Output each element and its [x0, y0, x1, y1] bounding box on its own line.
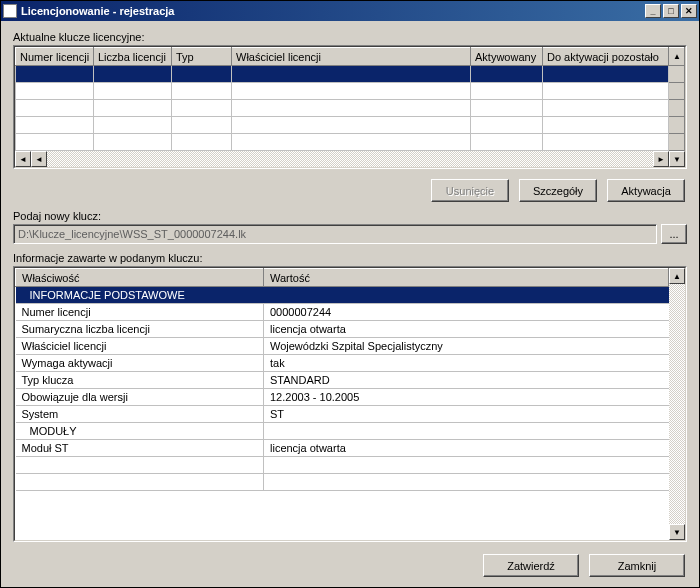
- table-row[interactable]: [16, 134, 685, 151]
- col-wlasciwosc[interactable]: Właściwość: [16, 269, 264, 287]
- current-keys-grid: Numer licencji Liczba licencji Typ Właśc…: [13, 45, 687, 169]
- info-row[interactable]: Moduł STlicencja otwarta: [16, 440, 669, 457]
- table-row[interactable]: [16, 66, 685, 83]
- scroll-left2-icon[interactable]: ◄: [31, 151, 47, 167]
- info-row-empty: [16, 457, 669, 474]
- col-wartosc[interactable]: Wartość: [264, 269, 669, 287]
- current-keys-label: Aktualne klucze licencyjne:: [13, 31, 687, 43]
- close-dialog-button[interactable]: Zamknij: [589, 554, 685, 577]
- info-row[interactable]: Wymaga aktywacjitak: [16, 355, 669, 372]
- app-window: Licencjonowanie - rejestracja _ □ ✕ Aktu…: [0, 0, 700, 588]
- bottom-buttons-row: Zatwierdź Zamknij: [13, 554, 685, 577]
- current-keys-table[interactable]: Numer licencji Liczba licencji Typ Właśc…: [15, 47, 685, 151]
- col-typ[interactable]: Typ: [172, 48, 232, 66]
- scroll-up-icon[interactable]: ▲: [669, 48, 685, 66]
- info-row[interactable]: Typ kluczaSTANDARD: [16, 372, 669, 389]
- content-area: Aktualne klucze licencyjne: Numer licenc…: [1, 21, 699, 587]
- col-liczba-licencji[interactable]: Liczba licencji: [94, 48, 172, 66]
- info-row-empty: [16, 474, 669, 491]
- info-row[interactable]: Numer licencji0000007244: [16, 304, 669, 321]
- browse-button[interactable]: ...: [661, 224, 687, 244]
- activate-button[interactable]: Aktywacja: [607, 179, 685, 202]
- minimize-button[interactable]: _: [645, 4, 661, 18]
- maximize-button[interactable]: □: [663, 4, 679, 18]
- info-header-row[interactable]: INFORMACJE PODSTAWOWE: [16, 287, 669, 304]
- scroll-track[interactable]: [47, 151, 653, 167]
- scroll-down-icon[interactable]: ▼: [669, 524, 685, 540]
- new-key-input[interactable]: [13, 224, 657, 244]
- scroll-down-icon[interactable]: ▼: [669, 151, 685, 167]
- scroll-left-icon[interactable]: ◄: [15, 151, 31, 167]
- vscrollbar[interactable]: ▲ ▼: [669, 268, 685, 540]
- hscrollbar[interactable]: ◄ ◄ ► ▼: [15, 151, 685, 167]
- col-wlasciciel[interactable]: Właściciel licencji: [232, 48, 471, 66]
- table-row[interactable]: [16, 83, 685, 100]
- scroll-track[interactable]: [669, 284, 685, 524]
- new-key-row: ...: [13, 224, 687, 244]
- col-numer-licencji[interactable]: Numer licencji: [16, 48, 94, 66]
- col-do-aktywacji[interactable]: Do aktywacji pozostało: [543, 48, 669, 66]
- col-aktywowany[interactable]: Aktywowany: [471, 48, 543, 66]
- remove-button[interactable]: Usunięcie: [431, 179, 509, 202]
- info-row[interactable]: Właściciel licencjiWojewódzki Szpital Sp…: [16, 338, 669, 355]
- new-key-label: Podaj nowy klucz:: [13, 210, 687, 222]
- close-button[interactable]: ✕: [681, 4, 697, 18]
- key-info-label: Informacje zawarte w podanym kluczu:: [13, 252, 687, 264]
- details-button[interactable]: Szczegóły: [519, 179, 597, 202]
- scroll-up-icon[interactable]: ▲: [669, 268, 685, 284]
- table-row[interactable]: [16, 117, 685, 134]
- info-row[interactable]: SystemST: [16, 406, 669, 423]
- info-row[interactable]: Sumaryczna liczba licencji licencja otwa…: [16, 321, 669, 338]
- table-header-row: Właściwość Wartość: [16, 269, 669, 287]
- info-group-row[interactable]: MODUŁY: [16, 423, 669, 440]
- table-row[interactable]: [16, 100, 685, 117]
- scroll-right-icon[interactable]: ►: [653, 151, 669, 167]
- key-info-table[interactable]: Właściwość Wartość INFORMACJE PODSTAWOWE…: [15, 268, 669, 491]
- confirm-button[interactable]: Zatwierdź: [483, 554, 579, 577]
- info-row[interactable]: Obowiązuje dla wersji12.2003 - 10.2005: [16, 389, 669, 406]
- table-header-row: Numer licencji Liczba licencji Typ Właśc…: [16, 48, 685, 66]
- key-info-grid: Właściwość Wartość INFORMACJE PODSTAWOWE…: [13, 266, 687, 542]
- window-title: Licencjonowanie - rejestracja: [21, 5, 643, 17]
- grid-buttons-row: Usunięcie Szczegóły Aktywacja: [13, 179, 685, 202]
- app-icon: [3, 4, 17, 18]
- titlebar: Licencjonowanie - rejestracja _ □ ✕: [1, 1, 699, 21]
